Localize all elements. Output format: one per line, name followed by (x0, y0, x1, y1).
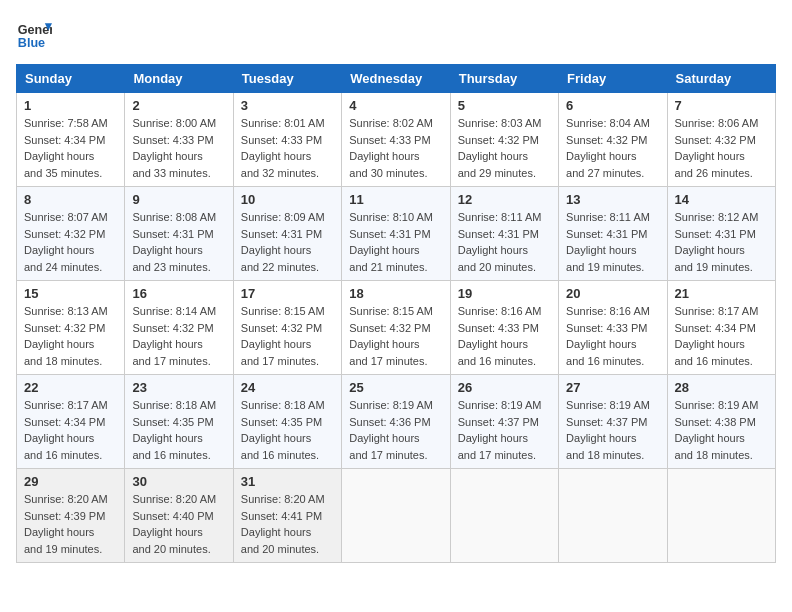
day-info: Sunrise: 8:00 AMSunset: 4:33 PMDaylight … (132, 117, 216, 179)
day-number: 22 (24, 380, 117, 395)
day-info: Sunrise: 8:02 AMSunset: 4:33 PMDaylight … (349, 117, 433, 179)
col-header-sunday: Sunday (17, 65, 125, 93)
calendar-cell (450, 469, 558, 563)
calendar-cell: 1Sunrise: 7:58 AMSunset: 4:34 PMDaylight… (17, 93, 125, 187)
day-number: 20 (566, 286, 659, 301)
day-number: 10 (241, 192, 334, 207)
col-header-tuesday: Tuesday (233, 65, 341, 93)
day-info: Sunrise: 8:16 AMSunset: 4:33 PMDaylight … (566, 305, 650, 367)
day-number: 3 (241, 98, 334, 113)
calendar-cell: 11Sunrise: 8:10 AMSunset: 4:31 PMDayligh… (342, 187, 450, 281)
calendar-cell: 15Sunrise: 8:13 AMSunset: 4:32 PMDayligh… (17, 281, 125, 375)
col-header-wednesday: Wednesday (342, 65, 450, 93)
day-number: 13 (566, 192, 659, 207)
calendar-cell: 6Sunrise: 8:04 AMSunset: 4:32 PMDaylight… (559, 93, 667, 187)
calendar-cell (559, 469, 667, 563)
day-info: Sunrise: 8:13 AMSunset: 4:32 PMDaylight … (24, 305, 108, 367)
day-number: 25 (349, 380, 442, 395)
day-number: 30 (132, 474, 225, 489)
day-number: 2 (132, 98, 225, 113)
calendar-cell: 12Sunrise: 8:11 AMSunset: 4:31 PMDayligh… (450, 187, 558, 281)
day-info: Sunrise: 8:17 AMSunset: 4:34 PMDaylight … (24, 399, 108, 461)
calendar-cell: 20Sunrise: 8:16 AMSunset: 4:33 PMDayligh… (559, 281, 667, 375)
calendar-week-5: 29Sunrise: 8:20 AMSunset: 4:39 PMDayligh… (17, 469, 776, 563)
calendar-cell: 4Sunrise: 8:02 AMSunset: 4:33 PMDaylight… (342, 93, 450, 187)
day-info: Sunrise: 8:15 AMSunset: 4:32 PMDaylight … (241, 305, 325, 367)
day-number: 26 (458, 380, 551, 395)
day-info: Sunrise: 8:17 AMSunset: 4:34 PMDaylight … (675, 305, 759, 367)
day-info: Sunrise: 8:12 AMSunset: 4:31 PMDaylight … (675, 211, 759, 273)
calendar-cell: 9Sunrise: 8:08 AMSunset: 4:31 PMDaylight… (125, 187, 233, 281)
calendar-cell: 23Sunrise: 8:18 AMSunset: 4:35 PMDayligh… (125, 375, 233, 469)
day-info: Sunrise: 8:18 AMSunset: 4:35 PMDaylight … (241, 399, 325, 461)
day-info: Sunrise: 8:10 AMSunset: 4:31 PMDaylight … (349, 211, 433, 273)
calendar-cell: 31Sunrise: 8:20 AMSunset: 4:41 PMDayligh… (233, 469, 341, 563)
calendar-cell: 21Sunrise: 8:17 AMSunset: 4:34 PMDayligh… (667, 281, 775, 375)
day-info: Sunrise: 8:08 AMSunset: 4:31 PMDaylight … (132, 211, 216, 273)
col-header-friday: Friday (559, 65, 667, 93)
day-info: Sunrise: 8:03 AMSunset: 4:32 PMDaylight … (458, 117, 542, 179)
day-info: Sunrise: 8:19 AMSunset: 4:38 PMDaylight … (675, 399, 759, 461)
day-number: 4 (349, 98, 442, 113)
calendar-cell: 25Sunrise: 8:19 AMSunset: 4:36 PMDayligh… (342, 375, 450, 469)
calendar-week-1: 1Sunrise: 7:58 AMSunset: 4:34 PMDaylight… (17, 93, 776, 187)
calendar-cell: 26Sunrise: 8:19 AMSunset: 4:37 PMDayligh… (450, 375, 558, 469)
calendar-cell: 22Sunrise: 8:17 AMSunset: 4:34 PMDayligh… (17, 375, 125, 469)
calendar-header-row: SundayMondayTuesdayWednesdayThursdayFrid… (17, 65, 776, 93)
calendar-cell: 10Sunrise: 8:09 AMSunset: 4:31 PMDayligh… (233, 187, 341, 281)
day-number: 21 (675, 286, 768, 301)
day-number: 19 (458, 286, 551, 301)
day-info: Sunrise: 8:14 AMSunset: 4:32 PMDaylight … (132, 305, 216, 367)
day-number: 5 (458, 98, 551, 113)
svg-text:Blue: Blue (18, 36, 45, 50)
logo: General Blue (16, 16, 52, 52)
day-number: 14 (675, 192, 768, 207)
day-info: Sunrise: 8:20 AMSunset: 4:39 PMDaylight … (24, 493, 108, 555)
day-info: Sunrise: 8:19 AMSunset: 4:37 PMDaylight … (458, 399, 542, 461)
col-header-monday: Monday (125, 65, 233, 93)
calendar-cell: 28Sunrise: 8:19 AMSunset: 4:38 PMDayligh… (667, 375, 775, 469)
logo-icon: General Blue (16, 16, 52, 52)
day-info: Sunrise: 8:19 AMSunset: 4:36 PMDaylight … (349, 399, 433, 461)
calendar-cell: 19Sunrise: 8:16 AMSunset: 4:33 PMDayligh… (450, 281, 558, 375)
calendar-cell: 3Sunrise: 8:01 AMSunset: 4:33 PMDaylight… (233, 93, 341, 187)
day-info: Sunrise: 8:11 AMSunset: 4:31 PMDaylight … (458, 211, 542, 273)
day-number: 16 (132, 286, 225, 301)
col-header-saturday: Saturday (667, 65, 775, 93)
day-number: 1 (24, 98, 117, 113)
day-number: 9 (132, 192, 225, 207)
day-number: 17 (241, 286, 334, 301)
calendar-cell: 14Sunrise: 8:12 AMSunset: 4:31 PMDayligh… (667, 187, 775, 281)
day-number: 31 (241, 474, 334, 489)
calendar-cell: 24Sunrise: 8:18 AMSunset: 4:35 PMDayligh… (233, 375, 341, 469)
calendar-cell: 17Sunrise: 8:15 AMSunset: 4:32 PMDayligh… (233, 281, 341, 375)
day-info: Sunrise: 8:18 AMSunset: 4:35 PMDaylight … (132, 399, 216, 461)
day-number: 7 (675, 98, 768, 113)
day-number: 28 (675, 380, 768, 395)
calendar-cell: 13Sunrise: 8:11 AMSunset: 4:31 PMDayligh… (559, 187, 667, 281)
calendar-cell: 18Sunrise: 8:15 AMSunset: 4:32 PMDayligh… (342, 281, 450, 375)
day-info: Sunrise: 8:20 AMSunset: 4:40 PMDaylight … (132, 493, 216, 555)
page-header: General Blue (16, 16, 776, 52)
day-info: Sunrise: 8:16 AMSunset: 4:33 PMDaylight … (458, 305, 542, 367)
calendar-cell: 30Sunrise: 8:20 AMSunset: 4:40 PMDayligh… (125, 469, 233, 563)
day-info: Sunrise: 8:20 AMSunset: 4:41 PMDaylight … (241, 493, 325, 555)
day-number: 27 (566, 380, 659, 395)
day-info: Sunrise: 8:07 AMSunset: 4:32 PMDaylight … (24, 211, 108, 273)
day-number: 23 (132, 380, 225, 395)
day-number: 11 (349, 192, 442, 207)
calendar-cell: 2Sunrise: 8:00 AMSunset: 4:33 PMDaylight… (125, 93, 233, 187)
day-info: Sunrise: 8:11 AMSunset: 4:31 PMDaylight … (566, 211, 650, 273)
day-info: Sunrise: 8:15 AMSunset: 4:32 PMDaylight … (349, 305, 433, 367)
day-info: Sunrise: 8:19 AMSunset: 4:37 PMDaylight … (566, 399, 650, 461)
day-number: 6 (566, 98, 659, 113)
col-header-thursday: Thursday (450, 65, 558, 93)
calendar-week-4: 22Sunrise: 8:17 AMSunset: 4:34 PMDayligh… (17, 375, 776, 469)
day-info: Sunrise: 8:04 AMSunset: 4:32 PMDaylight … (566, 117, 650, 179)
day-number: 24 (241, 380, 334, 395)
calendar-cell (667, 469, 775, 563)
day-info: Sunrise: 7:58 AMSunset: 4:34 PMDaylight … (24, 117, 108, 179)
day-number: 12 (458, 192, 551, 207)
calendar-cell: 7Sunrise: 8:06 AMSunset: 4:32 PMDaylight… (667, 93, 775, 187)
calendar-week-3: 15Sunrise: 8:13 AMSunset: 4:32 PMDayligh… (17, 281, 776, 375)
